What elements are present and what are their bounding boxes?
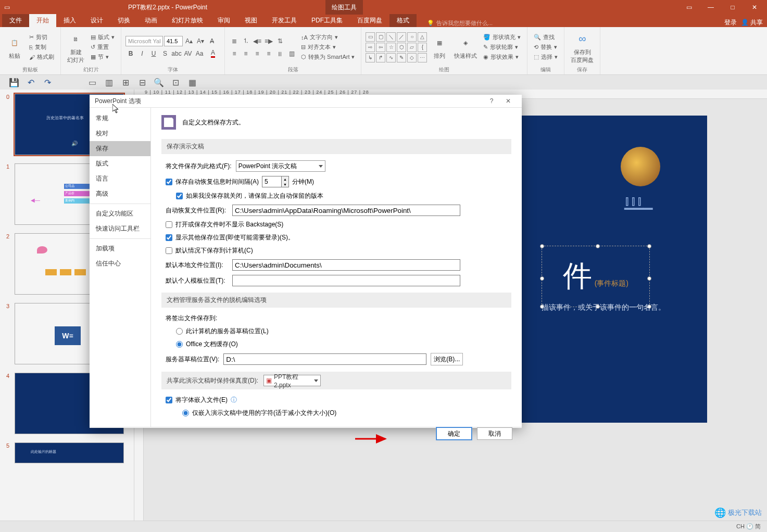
minimize-icon[interactable]: — <box>700 1 721 14</box>
clear-format-icon[interactable]: A̶ <box>207 36 217 46</box>
columns-button[interactable]: ▥ <box>286 48 297 59</box>
format-painter-button[interactable]: 🖌格式刷 <box>27 53 56 61</box>
align-text-button[interactable]: ⊟对齐文本 ▾ <box>299 43 357 52</box>
find-button[interactable]: 🔍查找 <box>532 33 560 42</box>
login-link[interactable]: 登录 <box>724 18 737 27</box>
shape-more-icon[interactable]: ⋯ <box>418 53 427 62</box>
tab-view[interactable]: 视图 <box>237 14 265 27</box>
underline-button[interactable]: U <box>148 48 159 59</box>
shape-rounded-icon[interactable]: ▢ <box>376 32 385 42</box>
shape-hex-icon[interactable]: ⬡ <box>397 43 406 52</box>
qat-icon-1[interactable]: ▭ <box>87 78 97 87</box>
nav-proofing[interactable]: 校对 <box>90 126 150 141</box>
shapes-gallery[interactable]: ▭ ▢ ＼ ／ ○ △ ⇨ ⇦ ☆ ⬡ ▱ { ↳ ↱ ∿ ✎ ◇ ⋯ <box>366 32 427 62</box>
nav-general[interactable]: 常规 <box>90 111 150 126</box>
tab-slideshow[interactable]: 幻灯片放映 <box>165 14 210 27</box>
distribute-button[interactable]: ⫼ <box>275 48 285 59</box>
shape-line2-icon[interactable]: ／ <box>397 32 406 42</box>
line-spacing-button[interactable]: ⇅ <box>275 36 285 46</box>
qat-icon-7[interactable]: ▦ <box>187 78 197 87</box>
change-case-button[interactable]: Aa <box>194 48 205 59</box>
info-icon[interactable]: ⓘ <box>231 396 237 404</box>
default-pc-checkbox[interactable] <box>166 247 172 254</box>
shape-effects-button[interactable]: ◉形状效果 ▾ <box>481 53 523 61</box>
fidelity-file-combo[interactable]: ▣PPT教程2.pptx <box>263 375 321 386</box>
redo-icon[interactable]: ↷ <box>43 78 52 87</box>
nav-layout[interactable]: 版式 <box>90 156 150 171</box>
cancel-button[interactable]: 取消 <box>477 427 512 440</box>
shape-oval-icon[interactable]: ○ <box>407 32 417 42</box>
shape-rect-icon[interactable]: ▭ <box>366 32 375 42</box>
font-size-combo[interactable] <box>164 36 183 46</box>
undo-icon[interactable]: ↶ <box>26 78 35 87</box>
qat-icon-3[interactable]: ⊞ <box>121 78 130 87</box>
arrange-button[interactable]: ▦ 排列 <box>429 33 450 61</box>
paste-button[interactable]: 📋 粘贴 <box>4 33 25 61</box>
shape-callout-icon[interactable]: ◇ <box>407 53 417 62</box>
nav-trust[interactable]: 信任中心 <box>90 256 150 271</box>
increase-indent-button[interactable]: ≡▶ <box>263 36 274 46</box>
resize-handle[interactable] <box>596 244 600 248</box>
slide-thumbnail-5[interactable]: 此处输片的标题 <box>15 442 124 463</box>
smartart-button[interactable]: ⬡转换为 SmartArt ▾ <box>299 53 357 61</box>
autorecover-interval-spinner[interactable]: ▲▼ <box>262 176 289 187</box>
slide-image-circle[interactable] <box>621 147 660 186</box>
maximize-icon[interactable]: □ <box>722 1 743 14</box>
resize-handle[interactable] <box>540 276 544 281</box>
save-icon[interactable]: 💾 <box>9 78 19 87</box>
tab-insert[interactable]: 插入 <box>56 14 83 27</box>
show-addl-checkbox[interactable] <box>166 234 172 241</box>
qat-icon-5[interactable]: 🔍 <box>154 78 164 87</box>
shape-para-icon[interactable]: ▱ <box>407 43 417 52</box>
strikethrough-button[interactable]: S <box>160 48 170 59</box>
select-button[interactable]: ⬚选择 ▾ <box>532 53 560 61</box>
tab-review[interactable]: 审阅 <box>210 14 237 27</box>
tell-me-search[interactable]: 💡 告诉我您想要做什么... <box>427 19 493 27</box>
spin-up-icon[interactable]: ▲ <box>282 176 288 182</box>
tab-developer[interactable]: 开发工具 <box>265 14 304 27</box>
resize-handle[interactable] <box>540 244 544 248</box>
text-direction-button[interactable]: ↕A文字方向 ▾ <box>299 33 357 42</box>
embed-fonts-checkbox[interactable] <box>166 397 172 403</box>
new-slide-button[interactable]: 🗎 新建 幻灯片 <box>65 30 86 65</box>
qat-icon-2[interactable]: ▥ <box>104 78 114 87</box>
section-button[interactable]: ▦节 ▾ <box>89 53 117 61</box>
layout-button[interactable]: ▤版式 ▾ <box>89 33 117 42</box>
nav-advanced[interactable]: 高级 <box>90 186 150 201</box>
help-icon[interactable]: ? <box>483 95 500 107</box>
tab-home[interactable]: 开始 <box>29 14 56 27</box>
shape-curve-icon[interactable]: ∿ <box>386 53 396 62</box>
quick-styles-button[interactable]: ◈ 快速样式 <box>452 33 479 61</box>
align-right-button[interactable]: ≡ <box>252 48 262 59</box>
embed-used-only-radio[interactable] <box>182 410 189 416</box>
shape-arrow2-icon[interactable]: ⇦ <box>376 43 385 52</box>
tab-animations[interactable]: 动画 <box>137 14 165 27</box>
align-left-button[interactable]: ≡ <box>229 48 240 59</box>
shape-conn-icon[interactable]: ↳ <box>366 53 375 62</box>
autorecover-checkbox[interactable] <box>166 179 172 185</box>
browse-button[interactable]: 浏览(B)... <box>431 353 463 365</box>
replace-button[interactable]: ⟲替换 ▾ <box>532 43 560 52</box>
shape-conn2-icon[interactable]: ↱ <box>376 53 385 62</box>
tab-file[interactable]: 文件 <box>2 14 29 27</box>
italic-button[interactable]: I <box>137 48 147 59</box>
char-spacing-button[interactable]: AV <box>183 48 193 59</box>
shape-star-icon[interactable]: ☆ <box>386 43 396 52</box>
keep-last-checkbox[interactable] <box>176 193 183 199</box>
shape-outline-button[interactable]: ✎形状轮廓 ▾ <box>481 43 523 52</box>
ribbon-display-icon[interactable]: ▭ <box>678 1 699 14</box>
ime-indicator[interactable]: CH 🕐 简 <box>736 523 761 530</box>
server-drafts-loc-input[interactable] <box>223 353 426 365</box>
qat-icon-4[interactable]: ⊟ <box>137 78 147 87</box>
shape-arrow-icon[interactable]: ⇨ <box>366 43 375 52</box>
autorecover-loc-input[interactable] <box>232 205 460 216</box>
shape-tri-icon[interactable]: △ <box>418 32 427 42</box>
server-drafts-radio[interactable] <box>176 328 183 335</box>
cut-button[interactable]: ✂剪切 <box>27 33 56 42</box>
shape-free-icon[interactable]: ✎ <box>397 53 406 62</box>
tab-baidu[interactable]: 百度网盘 <box>350 14 389 27</box>
close-icon[interactable]: ✕ <box>744 1 765 14</box>
tab-pdf[interactable]: PDF工具集 <box>304 14 350 27</box>
save-format-combo[interactable]: PowerPoint 演示文稿 <box>236 160 325 172</box>
default-template-input[interactable] <box>232 275 460 286</box>
